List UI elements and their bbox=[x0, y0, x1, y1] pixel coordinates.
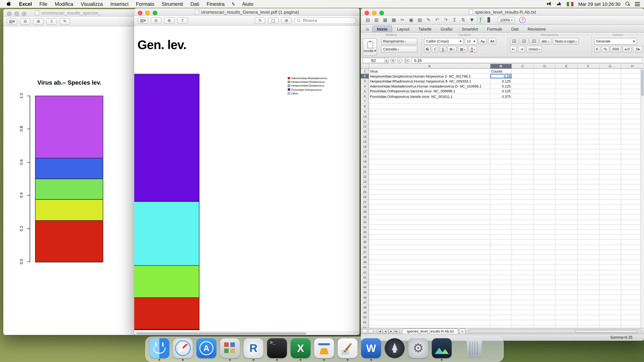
cell-B10[interactable] bbox=[490, 114, 512, 119]
cell-A19[interactable] bbox=[369, 159, 490, 164]
cell-G38[interactable] bbox=[600, 255, 621, 260]
save-icon[interactable]: ▦ bbox=[382, 17, 389, 23]
window-titlebar[interactable]: viromescan_results_species_... bbox=[4, 9, 136, 16]
cell-C16[interactable] bbox=[512, 144, 534, 149]
cell-F16[interactable] bbox=[578, 144, 600, 149]
cell-D38[interactable] bbox=[534, 255, 556, 260]
cell-C6[interactable] bbox=[512, 94, 534, 99]
row-header-29[interactable]: 29 bbox=[361, 210, 369, 215]
cell-E47[interactable] bbox=[556, 300, 578, 305]
row-header-50[interactable]: 50 bbox=[361, 315, 369, 320]
dock-system-preferences[interactable]: ⚙ bbox=[408, 338, 428, 358]
cell-B28[interactable] bbox=[490, 205, 512, 210]
cell-D44[interactable] bbox=[534, 285, 556, 290]
zoom-out-icon[interactable]: ⊖ bbox=[151, 17, 162, 24]
cell-A4[interactable]: Adenoviridae;Mastadenovirus;Human mastad… bbox=[369, 84, 490, 89]
name-box-stepper[interactable]: ▲▼ bbox=[385, 58, 388, 63]
cell-B48[interactable] bbox=[490, 305, 512, 310]
filter-icon[interactable]: ▼ bbox=[468, 17, 476, 23]
cell-F12[interactable] bbox=[578, 124, 600, 129]
zoom-button[interactable] bbox=[153, 11, 157, 15]
column-header-H[interactable]: H bbox=[621, 64, 644, 69]
cell-F32[interactable] bbox=[578, 225, 600, 230]
volume-icon[interactable] bbox=[547, 1, 552, 6]
cell-A46[interactable] bbox=[369, 295, 490, 300]
row-header-39[interactable]: 39 bbox=[361, 260, 369, 265]
cell-G21[interactable] bbox=[600, 169, 621, 174]
cell-C12[interactable] bbox=[512, 124, 534, 129]
menu-dati[interactable]: Dati bbox=[187, 1, 203, 7]
cell-D49[interactable] bbox=[534, 310, 556, 315]
paste-icon[interactable]: ▧ bbox=[416, 17, 424, 23]
cell-B22[interactable] bbox=[490, 174, 512, 179]
row-header-35[interactable]: 35 bbox=[361, 240, 369, 245]
cell-D46[interactable] bbox=[534, 295, 556, 300]
new-workbook-icon[interactable]: ▤ bbox=[364, 17, 372, 23]
cell-A11[interactable] bbox=[369, 119, 490, 124]
row-header-6[interactable]: 6 bbox=[361, 94, 369, 99]
cell-C25[interactable] bbox=[512, 190, 534, 195]
text-box-icon[interactable]: □ bbox=[268, 17, 279, 24]
cell-D3[interactable] bbox=[534, 79, 556, 84]
cell-G26[interactable] bbox=[600, 195, 621, 200]
cell-B20[interactable] bbox=[490, 164, 512, 169]
redo-icon[interactable]: ↷ bbox=[442, 17, 450, 23]
cell-C21[interactable] bbox=[512, 169, 534, 174]
cell-C14[interactable] bbox=[512, 134, 534, 139]
cut-icon[interactable]: ✂ bbox=[399, 17, 406, 23]
cell-A27[interactable] bbox=[369, 200, 490, 205]
cell-G27[interactable] bbox=[600, 200, 621, 205]
cell-C36[interactable] bbox=[512, 245, 534, 250]
cell-C27[interactable] bbox=[512, 200, 534, 205]
cell-G5[interactable] bbox=[600, 89, 621, 94]
cell-B50[interactable] bbox=[490, 315, 512, 320]
dock-preview-photos[interactable] bbox=[431, 338, 452, 361]
cell-F13[interactable] bbox=[578, 129, 600, 134]
cell-B46[interactable] bbox=[490, 295, 512, 300]
row-header-49[interactable]: 49 bbox=[361, 310, 369, 315]
cell-B23[interactable] bbox=[490, 180, 512, 185]
tab-revisione[interactable]: Revisione bbox=[524, 26, 550, 32]
cell-E1[interactable] bbox=[556, 69, 578, 74]
row-header-44[interactable]: 44 bbox=[361, 285, 369, 290]
cell-B16[interactable] bbox=[490, 144, 512, 149]
cell-E52[interactable] bbox=[556, 325, 578, 328]
dock-terminal[interactable]: >_ bbox=[266, 338, 287, 361]
dock-app-store[interactable]: A bbox=[196, 338, 217, 358]
cell-G51[interactable] bbox=[600, 320, 621, 325]
cell-E29[interactable] bbox=[556, 210, 578, 215]
zoom-dropdown[interactable]: 100%▾ bbox=[498, 17, 515, 23]
cell-B37[interactable] bbox=[490, 250, 512, 255]
cell-F48[interactable] bbox=[578, 305, 600, 310]
cell-G44[interactable] bbox=[600, 285, 621, 290]
column-header-G[interactable]: G bbox=[600, 64, 621, 69]
cell-B3[interactable]: 0.125 bbox=[490, 79, 512, 84]
row-header-47[interactable]: 47 bbox=[361, 300, 369, 305]
cell-E25[interactable] bbox=[556, 190, 578, 195]
orientation-button[interactable]: abc▾ bbox=[540, 38, 552, 44]
row-header-36[interactable]: 36 bbox=[361, 245, 369, 250]
cell-D24[interactable] bbox=[534, 185, 556, 190]
number-format-select[interactable]: Generale▾ bbox=[594, 38, 637, 44]
thousands-button[interactable]: 000 bbox=[610, 46, 621, 52]
cell-A50[interactable] bbox=[369, 315, 490, 320]
cell-E9[interactable] bbox=[556, 109, 578, 114]
cell-B18[interactable] bbox=[490, 154, 512, 159]
cell-A20[interactable] bbox=[369, 164, 490, 169]
dock-finder[interactable] bbox=[149, 338, 170, 361]
cell-F43[interactable] bbox=[578, 280, 600, 285]
cell-B47[interactable] bbox=[490, 300, 512, 305]
cell-G34[interactable] bbox=[600, 235, 621, 240]
cell-A36[interactable] bbox=[369, 245, 490, 250]
cell-B42[interactable] bbox=[490, 275, 512, 280]
row-header-16[interactable]: 16 bbox=[361, 144, 369, 149]
cell-A39[interactable] bbox=[369, 260, 490, 265]
cell-F8[interactable] bbox=[578, 104, 600, 109]
zoom-button[interactable] bbox=[379, 11, 384, 15]
window-titlebar[interactable]: species_level_results-R.Ab.txt bbox=[361, 8, 644, 15]
cell-A14[interactable] bbox=[369, 134, 490, 139]
input-language-flag-icon[interactable] bbox=[567, 2, 573, 6]
cell-B6[interactable]: 0.375 bbox=[490, 94, 512, 99]
cell-F39[interactable] bbox=[578, 260, 600, 265]
spotlight-icon[interactable] bbox=[626, 1, 630, 6]
